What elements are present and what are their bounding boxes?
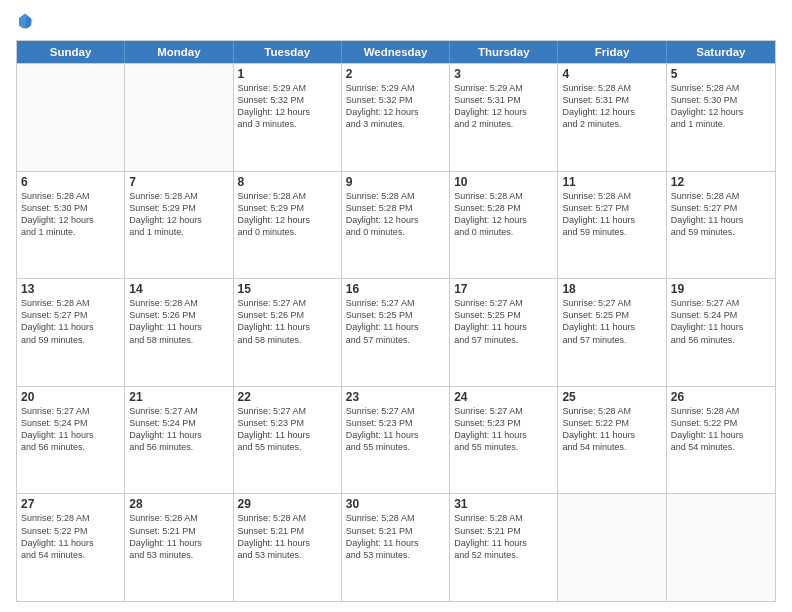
day-number: 4	[562, 67, 661, 81]
cal-cell: 26Sunrise: 5:28 AM Sunset: 5:22 PM Dayli…	[667, 387, 775, 494]
cal-cell: 28Sunrise: 5:28 AM Sunset: 5:21 PM Dayli…	[125, 494, 233, 601]
cal-cell	[667, 494, 775, 601]
cell-text: Sunrise: 5:27 AM Sunset: 5:25 PM Dayligh…	[346, 297, 445, 346]
cell-text: Sunrise: 5:28 AM Sunset: 5:27 PM Dayligh…	[562, 190, 661, 239]
day-number: 21	[129, 390, 228, 404]
cell-text: Sunrise: 5:28 AM Sunset: 5:21 PM Dayligh…	[346, 512, 445, 561]
day-number: 6	[21, 175, 120, 189]
day-number: 17	[454, 282, 553, 296]
cell-text: Sunrise: 5:27 AM Sunset: 5:23 PM Dayligh…	[238, 405, 337, 454]
cal-row: 27Sunrise: 5:28 AM Sunset: 5:22 PM Dayli…	[17, 493, 775, 601]
cell-text: Sunrise: 5:28 AM Sunset: 5:22 PM Dayligh…	[21, 512, 120, 561]
day-number: 8	[238, 175, 337, 189]
day-number: 12	[671, 175, 771, 189]
cal-cell: 19Sunrise: 5:27 AM Sunset: 5:24 PM Dayli…	[667, 279, 775, 386]
day-number: 25	[562, 390, 661, 404]
cal-cell	[17, 64, 125, 171]
cell-text: Sunrise: 5:28 AM Sunset: 5:31 PM Dayligh…	[562, 82, 661, 131]
cell-text: Sunrise: 5:28 AM Sunset: 5:27 PM Dayligh…	[671, 190, 771, 239]
cell-text: Sunrise: 5:29 AM Sunset: 5:32 PM Dayligh…	[238, 82, 337, 131]
cal-cell: 17Sunrise: 5:27 AM Sunset: 5:25 PM Dayli…	[450, 279, 558, 386]
cell-text: Sunrise: 5:27 AM Sunset: 5:24 PM Dayligh…	[129, 405, 228, 454]
cell-text: Sunrise: 5:27 AM Sunset: 5:23 PM Dayligh…	[346, 405, 445, 454]
day-number: 16	[346, 282, 445, 296]
day-number: 19	[671, 282, 771, 296]
day-number: 14	[129, 282, 228, 296]
cal-row: 6Sunrise: 5:28 AM Sunset: 5:30 PM Daylig…	[17, 171, 775, 279]
day-number: 31	[454, 497, 553, 511]
cal-cell: 23Sunrise: 5:27 AM Sunset: 5:23 PM Dayli…	[342, 387, 450, 494]
day-number: 1	[238, 67, 337, 81]
cal-cell: 1Sunrise: 5:29 AM Sunset: 5:32 PM Daylig…	[234, 64, 342, 171]
cal-header-cell: Monday	[125, 41, 233, 63]
cal-cell: 18Sunrise: 5:27 AM Sunset: 5:25 PM Dayli…	[558, 279, 666, 386]
day-number: 5	[671, 67, 771, 81]
day-number: 18	[562, 282, 661, 296]
cal-cell: 11Sunrise: 5:28 AM Sunset: 5:27 PM Dayli…	[558, 172, 666, 279]
cal-cell: 10Sunrise: 5:28 AM Sunset: 5:28 PM Dayli…	[450, 172, 558, 279]
day-number: 20	[21, 390, 120, 404]
header	[16, 12, 776, 30]
cell-text: Sunrise: 5:27 AM Sunset: 5:25 PM Dayligh…	[562, 297, 661, 346]
day-number: 15	[238, 282, 337, 296]
day-number: 2	[346, 67, 445, 81]
day-number: 7	[129, 175, 228, 189]
cal-cell: 25Sunrise: 5:28 AM Sunset: 5:22 PM Dayli…	[558, 387, 666, 494]
day-number: 28	[129, 497, 228, 511]
cell-text: Sunrise: 5:28 AM Sunset: 5:21 PM Dayligh…	[238, 512, 337, 561]
day-number: 9	[346, 175, 445, 189]
cal-cell: 5Sunrise: 5:28 AM Sunset: 5:30 PM Daylig…	[667, 64, 775, 171]
cell-text: Sunrise: 5:28 AM Sunset: 5:29 PM Dayligh…	[129, 190, 228, 239]
cal-cell: 13Sunrise: 5:28 AM Sunset: 5:27 PM Dayli…	[17, 279, 125, 386]
cal-header-cell: Friday	[558, 41, 666, 63]
cell-text: Sunrise: 5:27 AM Sunset: 5:23 PM Dayligh…	[454, 405, 553, 454]
day-number: 30	[346, 497, 445, 511]
day-number: 24	[454, 390, 553, 404]
cal-cell: 4Sunrise: 5:28 AM Sunset: 5:31 PM Daylig…	[558, 64, 666, 171]
calendar-body: 1Sunrise: 5:29 AM Sunset: 5:32 PM Daylig…	[17, 63, 775, 601]
cal-cell: 12Sunrise: 5:28 AM Sunset: 5:27 PM Dayli…	[667, 172, 775, 279]
cal-cell: 8Sunrise: 5:28 AM Sunset: 5:29 PM Daylig…	[234, 172, 342, 279]
cell-text: Sunrise: 5:28 AM Sunset: 5:21 PM Dayligh…	[454, 512, 553, 561]
cell-text: Sunrise: 5:28 AM Sunset: 5:29 PM Dayligh…	[238, 190, 337, 239]
cal-row: 13Sunrise: 5:28 AM Sunset: 5:27 PM Dayli…	[17, 278, 775, 386]
cal-row: 20Sunrise: 5:27 AM Sunset: 5:24 PM Dayli…	[17, 386, 775, 494]
cell-text: Sunrise: 5:27 AM Sunset: 5:24 PM Dayligh…	[21, 405, 120, 454]
cal-cell: 29Sunrise: 5:28 AM Sunset: 5:21 PM Dayli…	[234, 494, 342, 601]
day-number: 22	[238, 390, 337, 404]
cal-cell: 22Sunrise: 5:27 AM Sunset: 5:23 PM Dayli…	[234, 387, 342, 494]
cal-header-cell: Saturday	[667, 41, 775, 63]
cell-text: Sunrise: 5:28 AM Sunset: 5:28 PM Dayligh…	[454, 190, 553, 239]
cell-text: Sunrise: 5:28 AM Sunset: 5:22 PM Dayligh…	[671, 405, 771, 454]
day-number: 3	[454, 67, 553, 81]
cell-text: Sunrise: 5:28 AM Sunset: 5:30 PM Dayligh…	[671, 82, 771, 131]
cal-cell: 7Sunrise: 5:28 AM Sunset: 5:29 PM Daylig…	[125, 172, 233, 279]
day-number: 26	[671, 390, 771, 404]
cell-text: Sunrise: 5:28 AM Sunset: 5:21 PM Dayligh…	[129, 512, 228, 561]
cal-cell: 15Sunrise: 5:27 AM Sunset: 5:26 PM Dayli…	[234, 279, 342, 386]
cal-header-cell: Thursday	[450, 41, 558, 63]
cal-cell	[125, 64, 233, 171]
day-number: 13	[21, 282, 120, 296]
cell-text: Sunrise: 5:28 AM Sunset: 5:22 PM Dayligh…	[562, 405, 661, 454]
cal-row: 1Sunrise: 5:29 AM Sunset: 5:32 PM Daylig…	[17, 63, 775, 171]
cal-cell	[558, 494, 666, 601]
day-number: 23	[346, 390, 445, 404]
cell-text: Sunrise: 5:28 AM Sunset: 5:26 PM Dayligh…	[129, 297, 228, 346]
cell-text: Sunrise: 5:27 AM Sunset: 5:25 PM Dayligh…	[454, 297, 553, 346]
cell-text: Sunrise: 5:29 AM Sunset: 5:31 PM Dayligh…	[454, 82, 553, 131]
cal-cell: 9Sunrise: 5:28 AM Sunset: 5:28 PM Daylig…	[342, 172, 450, 279]
cell-text: Sunrise: 5:29 AM Sunset: 5:32 PM Dayligh…	[346, 82, 445, 131]
cal-cell: 3Sunrise: 5:29 AM Sunset: 5:31 PM Daylig…	[450, 64, 558, 171]
cal-cell: 2Sunrise: 5:29 AM Sunset: 5:32 PM Daylig…	[342, 64, 450, 171]
cell-text: Sunrise: 5:28 AM Sunset: 5:28 PM Dayligh…	[346, 190, 445, 239]
cal-cell: 24Sunrise: 5:27 AM Sunset: 5:23 PM Dayli…	[450, 387, 558, 494]
cell-text: Sunrise: 5:28 AM Sunset: 5:27 PM Dayligh…	[21, 297, 120, 346]
cal-cell: 31Sunrise: 5:28 AM Sunset: 5:21 PM Dayli…	[450, 494, 558, 601]
logo-icon	[16, 12, 34, 30]
day-number: 11	[562, 175, 661, 189]
day-number: 27	[21, 497, 120, 511]
cal-cell: 27Sunrise: 5:28 AM Sunset: 5:22 PM Dayli…	[17, 494, 125, 601]
cal-cell: 20Sunrise: 5:27 AM Sunset: 5:24 PM Dayli…	[17, 387, 125, 494]
cal-header-cell: Tuesday	[234, 41, 342, 63]
